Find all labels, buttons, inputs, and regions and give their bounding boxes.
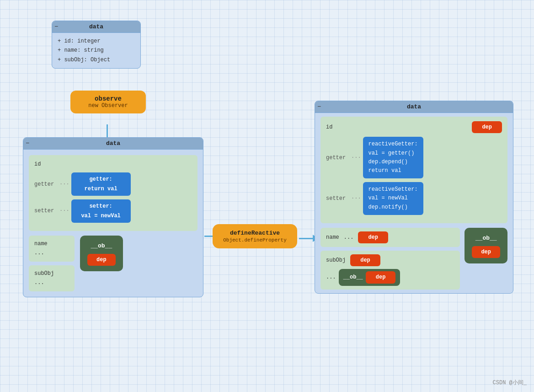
- right-diagram-body: id dep getter ··· reactiveGetter: val = …: [315, 113, 513, 293]
- field-subobj: + subObj: Object: [58, 55, 135, 64]
- arrow-line-vertical: [107, 124, 108, 138]
- right-id-label: id: [326, 123, 332, 132]
- field-id: + id: integer: [58, 37, 135, 46]
- left-id-label: id: [34, 160, 192, 169]
- top-data-box-body: + id: integer + name: string + subObj: O…: [52, 33, 140, 68]
- right-subobj-ob-box: __ob__ dep: [339, 269, 400, 285]
- left-getter-label: getter: [34, 180, 59, 189]
- left-setter-box: setter: val = newVal: [71, 199, 131, 223]
- right-id-dep: dep: [472, 121, 502, 133]
- right-subobj-dep: dep: [350, 254, 380, 266]
- minimize-icon-right: —: [318, 103, 321, 109]
- left-ob-label: __ob__: [91, 241, 112, 251]
- watermark: CSDN @小间_: [493, 379, 527, 387]
- left-ob-box: __ob__ dep: [80, 236, 123, 271]
- left-diagram-header: — data: [23, 138, 203, 150]
- left-data-diagram-box: — data id getter ··· getter: return val …: [23, 137, 203, 297]
- arrow-line-h1: [204, 236, 213, 237]
- right-subobj-ob-dep: dep: [366, 271, 396, 283]
- arrow-line-h2: [299, 238, 313, 239]
- left-setter-row: setter ··· setter: val = newVal: [34, 199, 192, 223]
- right-diagram-header: — data: [315, 101, 513, 113]
- right-setter-dots: ···: [351, 194, 361, 203]
- left-setter-label: setter: [34, 206, 59, 215]
- minimize-icon-left: —: [26, 140, 29, 145]
- minimize-icon: —: [55, 23, 58, 29]
- define-reactive-box: defineReactive Object.defineProperty: [213, 224, 297, 248]
- right-data-diagram-box: — data id dep getter ··· reactiveGetter:…: [315, 101, 513, 294]
- right-ob-label: __ob__: [475, 233, 497, 243]
- right-getter-blue-box: reactiveGetter: val = getter() dep.depen…: [363, 137, 423, 178]
- define-reactive-title: defineReactive: [219, 230, 291, 236]
- right-subobj-row: subObj dep: [326, 254, 454, 266]
- observe-subtitle: new Observer: [77, 102, 139, 109]
- left-bottom-row: name ... subObj ... __ob__ dep: [29, 236, 198, 291]
- left-id-section: id getter ··· getter: return val setter …: [29, 155, 198, 231]
- right-subobj-section: subObj dep ... __ob__ dep: [320, 251, 460, 290]
- right-bottom-row: name ... dep subObj dep ... __: [320, 228, 507, 290]
- right-id-top-row: id dep: [326, 121, 502, 133]
- left-getter-box: getter: return val: [71, 172, 131, 196]
- left-name-box: name ...: [29, 236, 75, 262]
- left-diagram-body: id getter ··· getter: return val setter …: [23, 150, 203, 297]
- right-name-box: name ... dep: [320, 228, 460, 247]
- right-ob-dep: dep: [472, 246, 500, 258]
- left-setter-dots: ···: [59, 206, 69, 215]
- top-data-box-header: — data: [52, 21, 140, 33]
- top-data-class-box: — data + id: integer + name: string + su…: [52, 21, 141, 69]
- arrow-right-to-define: [204, 236, 213, 237]
- right-diagram-header-label: data: [407, 103, 421, 110]
- right-getter-dots: ···: [351, 153, 361, 162]
- right-getter-row: getter ··· reactiveGetter: val = getter(…: [326, 137, 502, 178]
- right-name-subobj-col: name ... dep subObj dep ... __: [320, 228, 460, 290]
- left-name-subobj-col: name ... subObj ...: [29, 236, 75, 291]
- right-name-dep: dep: [358, 231, 388, 243]
- define-reactive-subtitle: Object.defineProperty: [219, 237, 291, 243]
- left-diagram-header-label: data: [106, 140, 120, 147]
- left-getter-dots: ···: [59, 180, 69, 189]
- right-setter-row: setter ··· reactiveSetter: val = newVal …: [326, 182, 502, 215]
- left-getter-row: getter ··· getter: return val: [34, 172, 192, 196]
- right-setter-label: setter: [326, 194, 351, 203]
- right-subobj-box: subObj dep ... __ob__ dep: [320, 251, 460, 290]
- field-name: + name: string: [58, 46, 135, 55]
- left-subobj-box: subObj ...: [29, 265, 75, 291]
- right-id-section: id dep getter ··· reactiveGetter: val = …: [320, 117, 507, 223]
- right-getter-label: getter: [326, 153, 351, 162]
- observe-title: observe: [77, 95, 139, 102]
- left-dep-box: dep: [87, 254, 116, 266]
- observe-box: observe new Observer: [70, 91, 146, 113]
- right-setter-blue-box: reactiveSetter: val = newVal dep.notify(…: [363, 182, 423, 215]
- right-ob-box: __ob__ dep: [465, 228, 507, 263]
- right-subobj-inner: ... __ob__ dep: [326, 269, 454, 285]
